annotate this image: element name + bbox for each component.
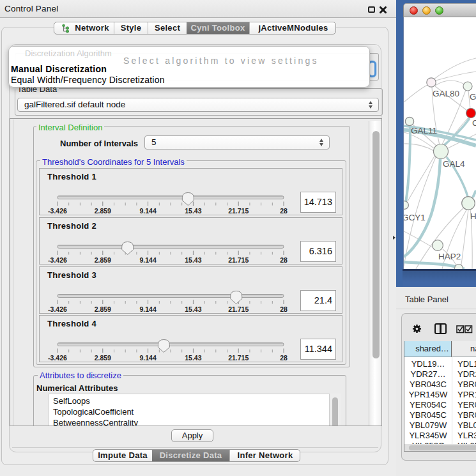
svg-text:2.859: 2.859 [95, 207, 111, 215]
svg-text:28: 28 [280, 256, 288, 264]
svg-text:28: 28 [280, 354, 288, 362]
svg-text:GAL80: GAL80 [433, 89, 459, 98]
svg-text:2.859: 2.859 [95, 354, 111, 362]
svg-text:9.144: 9.144 [139, 305, 156, 313]
svg-text:9.144: 9.144 [139, 207, 156, 215]
svg-text:21.715: 21.715 [228, 256, 249, 264]
svg-text:HAP2: HAP2 [438, 252, 461, 261]
svg-text:2.859: 2.859 [95, 256, 111, 264]
svg-text:21.715: 21.715 [228, 305, 249, 313]
svg-text:GAL11: GAL11 [411, 126, 437, 135]
svg-text:15.43: 15.43 [185, 354, 201, 362]
svg-text:GCY1: GCY1 [404, 213, 426, 222]
svg-text:-3.426: -3.426 [48, 354, 67, 362]
svg-text:GAL4: GAL4 [443, 159, 465, 169]
svg-text:C: C [472, 118, 476, 128]
svg-text:15.43: 15.43 [185, 305, 201, 313]
svg-text:9.144: 9.144 [139, 256, 156, 264]
svg-text:21.715: 21.715 [228, 354, 249, 362]
svg-text:9.144: 9.144 [139, 354, 156, 362]
svg-text:-3.426: -3.426 [48, 305, 67, 313]
svg-text:15.43: 15.43 [185, 256, 201, 264]
svg-text:-3.426: -3.426 [48, 207, 67, 215]
svg-text:GA: GA [470, 92, 476, 102]
svg-text:28: 28 [280, 207, 288, 215]
svg-text:-3.426: -3.426 [48, 256, 67, 264]
svg-text:21.715: 21.715 [228, 207, 249, 215]
svg-text:15.43: 15.43 [185, 207, 201, 215]
svg-text:2.859: 2.859 [95, 305, 111, 313]
svg-text:28: 28 [280, 305, 288, 313]
svg-text:H: H [470, 211, 476, 221]
